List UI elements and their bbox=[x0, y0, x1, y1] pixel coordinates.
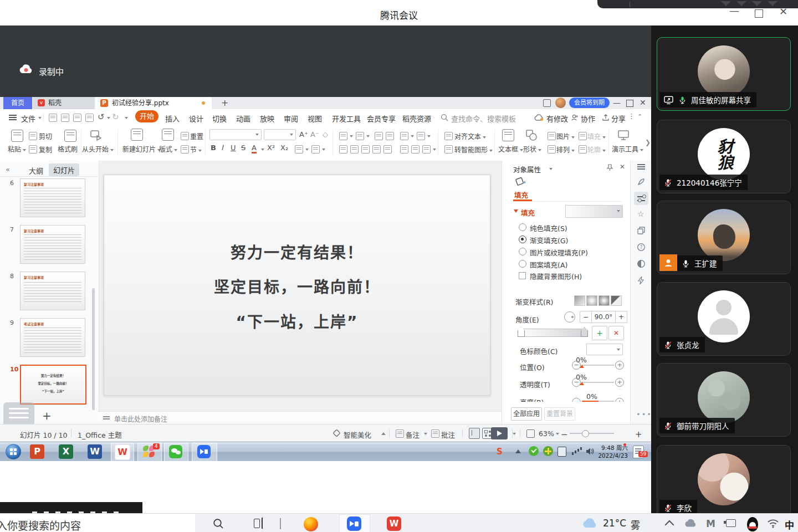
sogou-tray-icon[interactable]: S bbox=[497, 447, 503, 457]
normal-view-button[interactable] bbox=[469, 428, 480, 439]
start-button[interactable] bbox=[6, 444, 21, 459]
panel-scrollbar[interactable] bbox=[92, 288, 95, 410]
smart-graphic-button[interactable]: 转智能图形 bbox=[454, 145, 493, 154]
menu-devtools[interactable]: 开发工具 bbox=[332, 113, 361, 124]
new-tab-button[interactable]: + bbox=[221, 98, 228, 108]
transparency-slider[interactable] bbox=[582, 382, 614, 383]
slide-thumbnail[interactable]: 复习注意事项 bbox=[20, 272, 85, 310]
collab-button[interactable]: 协作 bbox=[581, 113, 595, 124]
apply-all-button[interactable]: 全部应用 bbox=[511, 407, 542, 421]
slideshow-play-button[interactable] bbox=[491, 427, 508, 439]
tab-docer[interactable]: v 稻壳 bbox=[33, 97, 94, 109]
zoom-slider-handle[interactable] bbox=[582, 430, 589, 437]
device-tray-icon[interactable] bbox=[557, 447, 566, 457]
meeting-float-toolbar[interactable] bbox=[597, 0, 798, 8]
radio-picture-fill[interactable] bbox=[519, 248, 526, 255]
outline-tab[interactable]: 大纲 bbox=[29, 165, 43, 176]
wps-minimize-button[interactable]: — bbox=[613, 98, 621, 107]
rocket-icon[interactable] bbox=[637, 177, 646, 186]
close-panel-icon[interactable]: ✕ bbox=[620, 163, 625, 171]
para-spacing-icon[interactable] bbox=[411, 145, 420, 154]
beautify-caret-icon[interactable] bbox=[381, 432, 386, 435]
split-view-icon[interactable] bbox=[543, 99, 551, 107]
menu-member[interactable]: 会员专享 bbox=[367, 113, 396, 124]
beautify-button[interactable]: 智能美化 bbox=[344, 429, 371, 440]
strip-more-icon[interactable]: ••• bbox=[636, 410, 652, 418]
numbering-icon[interactable] bbox=[356, 132, 364, 140]
bullets-icon[interactable] bbox=[339, 132, 347, 140]
text-direction-icon[interactable] bbox=[417, 132, 425, 140]
more-menu-icon[interactable]: ⋮ bbox=[628, 112, 635, 120]
participant-tile[interactable]: 周佳敏的屏幕共享 bbox=[657, 37, 791, 111]
format-painter-button[interactable]: 格式刷 bbox=[58, 144, 78, 154]
highlight-icon[interactable] bbox=[311, 145, 320, 154]
fill-icon[interactable] bbox=[579, 132, 587, 140]
pattern-fill-label[interactable]: 图案填充(A) bbox=[530, 259, 567, 270]
underline-button[interactable]: U bbox=[231, 144, 236, 152]
present-tool-button[interactable]: 演示工具 bbox=[612, 144, 643, 154]
hide-bg-checkbox[interactable] bbox=[519, 272, 526, 279]
fit-slide-icon[interactable] bbox=[526, 429, 535, 438]
modified-status[interactable]: 有修改 bbox=[546, 113, 568, 124]
signal-tray-icon[interactable] bbox=[572, 452, 574, 455]
effects-star-icon[interactable]: ☆ bbox=[637, 209, 644, 218]
wps-host-icon[interactable]: W bbox=[387, 516, 401, 531]
coin-tray-icon[interactable] bbox=[543, 446, 553, 456]
align-right-icon[interactable] bbox=[361, 145, 370, 154]
properties-strip-button-active[interactable] bbox=[634, 192, 648, 205]
word-taskbar-icon[interactable]: W bbox=[88, 444, 102, 459]
new-slide-icon[interactable] bbox=[131, 129, 143, 141]
format-painter-icon[interactable] bbox=[64, 130, 76, 142]
print-icon[interactable] bbox=[73, 114, 81, 122]
gradient-stop-bar[interactable] bbox=[520, 329, 586, 337]
save-icon[interactable] bbox=[49, 114, 57, 122]
zoom-slider[interactable] bbox=[570, 433, 614, 434]
menu-file[interactable]: 文件 bbox=[21, 113, 35, 124]
align-text-button[interactable]: 对齐文本 bbox=[454, 131, 486, 141]
zoom-value[interactable]: 63% bbox=[539, 429, 554, 438]
menu-animation[interactable]: 动画 bbox=[236, 113, 250, 124]
excel-taskbar-icon[interactable]: X bbox=[59, 444, 73, 459]
strike-button[interactable]: S bbox=[241, 144, 245, 152]
participant-tile[interactable]: 御前带刀阴阳人 bbox=[657, 363, 791, 437]
text-box-button[interactable]: 文本框 bbox=[498, 144, 523, 154]
weather-cloud-icon[interactable] bbox=[582, 517, 597, 529]
angle-plus-button[interactable]: + bbox=[615, 311, 627, 323]
picture-fill-label[interactable]: 图片或纹理填充(P) bbox=[530, 247, 588, 258]
participant-tile[interactable]: 王扩建 bbox=[657, 201, 791, 274]
section-icon[interactable] bbox=[181, 145, 189, 154]
fill-button[interactable]: 填充 bbox=[587, 131, 606, 141]
preview-icon[interactable] bbox=[85, 114, 94, 122]
participant-tile[interactable]: 豺狼 212040146张宁宁 bbox=[657, 120, 791, 193]
notes-bar[interactable]: 单击此处添加备注 bbox=[99, 411, 502, 424]
gradient-preset-select[interactable] bbox=[565, 205, 623, 218]
cut-icon[interactable] bbox=[29, 132, 37, 140]
ime-indicator[interactable]: 中 bbox=[785, 518, 794, 531]
notes-icon[interactable] bbox=[396, 429, 404, 438]
undo-icon[interactable]: ↺ bbox=[98, 112, 105, 122]
arrange-button[interactable]: 排列 bbox=[556, 145, 575, 154]
strip-menu-icon[interactable] bbox=[637, 164, 645, 165]
outline-button[interactable]: 轮廓 bbox=[587, 145, 606, 154]
gradient-style-radial[interactable] bbox=[586, 295, 597, 306]
position-slider[interactable] bbox=[582, 365, 614, 366]
distribute-icon[interactable] bbox=[383, 145, 392, 154]
wifi-tray-icon[interactable] bbox=[767, 518, 779, 528]
menu-design[interactable]: 设计 bbox=[189, 113, 203, 124]
zoom-out-button[interactable]: − bbox=[561, 429, 568, 439]
tab-home[interactable]: 首页 bbox=[3, 97, 32, 109]
brightness-slider[interactable] bbox=[582, 401, 598, 402]
device-host-icon[interactable] bbox=[726, 519, 736, 527]
copy-icon[interactable] bbox=[29, 145, 37, 154]
radio-gradient-fill[interactable] bbox=[519, 236, 526, 243]
pin-icon[interactable] bbox=[606, 164, 613, 171]
menu-insert[interactable]: 插入 bbox=[165, 113, 180, 124]
shape-button[interactable]: 形状 bbox=[523, 144, 541, 154]
paste-icon[interactable] bbox=[11, 130, 23, 142]
shield-tray-icon[interactable] bbox=[529, 446, 539, 456]
char-spacing-icon[interactable] bbox=[400, 132, 408, 140]
from-start-button[interactable]: 从头开始 bbox=[82, 144, 114, 154]
align-center-icon[interactable] bbox=[350, 145, 359, 154]
menu-review[interactable]: 审阅 bbox=[284, 113, 298, 124]
smart-graphic-icon[interactable] bbox=[444, 145, 453, 154]
